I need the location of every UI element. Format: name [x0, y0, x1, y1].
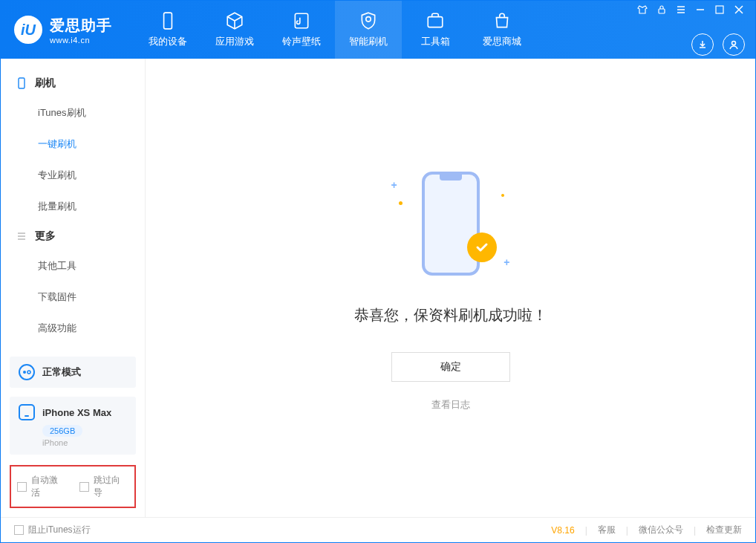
check-badge-icon — [467, 233, 497, 262]
logo-icon: iU — [14, 16, 42, 44]
checkbox-icon — [17, 482, 27, 492]
svg-rect-0 — [164, 13, 172, 29]
sidebar-section-flash: 刷机 — [1, 69, 145, 97]
nav-mall[interactable]: 爱思商城 — [469, 1, 535, 59]
chk-label: 跳过向导 — [94, 474, 128, 499]
nav-label: 应用游戏 — [215, 35, 254, 48]
nav-label: 工具箱 — [421, 35, 450, 48]
update-link[interactable]: 检查更新 — [706, 524, 742, 536]
separator: | — [626, 525, 628, 536]
svg-rect-7 — [19, 78, 25, 88]
device-type: iPhone — [42, 438, 127, 447]
nav-ringtones[interactable]: 铃声壁纸 — [268, 1, 335, 59]
success-message: 恭喜您，保资料刷机成功啦！ — [354, 305, 547, 325]
cube-icon — [225, 11, 244, 30]
mode-card[interactable]: 正常模式 — [10, 357, 136, 388]
lock-icon[interactable] — [656, 4, 668, 16]
statusbar: 阻止iTunes运行 V8.16 | 客服 | 微信公众号 | 检查更新 — [1, 517, 755, 542]
sparkle-icon: + — [391, 179, 397, 191]
checkbox-block-itunes[interactable]: 阻止iTunes运行 — [14, 524, 91, 536]
main-content: + + 恭喜您，保资料刷机成功啦！ 确定 查看日志 — [146, 59, 755, 517]
nav-my-device[interactable]: 我的设备 — [134, 1, 201, 59]
version-label: V8.16 — [551, 525, 574, 536]
section-title: 更多 — [35, 230, 56, 243]
wechat-link[interactable]: 微信公众号 — [639, 524, 683, 536]
sidebar-section-more: 更多 — [1, 222, 145, 250]
support-link[interactable]: 客服 — [598, 524, 616, 536]
sidebar: 刷机 iTunes刷机 一键刷机 专业刷机 批量刷机 更多 其他工具 下载固件 … — [1, 59, 146, 517]
chk-label: 阻止iTunes运行 — [28, 524, 91, 536]
storage-pill: 256GB — [42, 425, 82, 437]
app-title: 爱思助手 — [50, 16, 112, 36]
list-icon — [16, 230, 27, 242]
sidebar-item-pro-flash[interactable]: 专业刷机 — [1, 160, 145, 191]
nav-label: 我的设备 — [149, 35, 187, 48]
nav-apps[interactable]: 应用游戏 — [201, 1, 268, 59]
nav-label: 铃声壁纸 — [282, 35, 321, 48]
menu-icon[interactable] — [675, 4, 687, 16]
bag-icon — [492, 11, 512, 30]
svg-point-2 — [366, 17, 371, 22]
shirt-icon[interactable] — [636, 4, 648, 16]
sparkle-icon: + — [504, 256, 509, 268]
dot-icon — [501, 194, 504, 197]
chk-label: 自动激活 — [31, 474, 66, 499]
sidebar-item-other-tools[interactable]: 其他工具 — [1, 250, 145, 282]
phone-outline-icon — [422, 172, 480, 276]
nav-flash[interactable]: 智能刷机 — [335, 1, 402, 59]
device-small-icon — [19, 404, 35, 420]
sidebar-item-advanced[interactable]: 高级功能 — [1, 313, 145, 344]
checkbox-skip-guide[interactable]: 跳过向导 — [79, 474, 128, 499]
main-nav: 我的设备 应用游戏 铃声壁纸 智能刷机 工具箱 爱思商城 — [134, 1, 535, 59]
device-card[interactable]: iPhone XS Max 256GB iPhone — [10, 397, 136, 455]
section-title: 刷机 — [35, 77, 56, 90]
logo: iU 爱思助手 www.i4.cn — [14, 16, 112, 45]
checkbox-icon — [14, 525, 24, 535]
checkbox-icon — [79, 482, 89, 492]
nav-toolbox[interactable]: 工具箱 — [402, 1, 469, 59]
dot-icon — [399, 201, 403, 205]
device-name: iPhone XS Max — [42, 407, 111, 418]
sidebar-item-oneclick-flash[interactable]: 一键刷机 — [1, 129, 145, 160]
download-button[interactable] — [691, 33, 714, 56]
svg-rect-4 — [659, 9, 665, 13]
nav-label: 智能刷机 — [349, 35, 388, 48]
separator: | — [694, 525, 696, 536]
svg-point-9 — [27, 371, 30, 374]
titlebar-right — [636, 4, 745, 56]
bottom-options-highlight: 自动激活 跳过向导 — [10, 465, 136, 508]
window-controls — [636, 4, 745, 16]
maximize-button[interactable] — [714, 4, 726, 16]
svg-rect-5 — [716, 6, 723, 13]
mode-label: 正常模式 — [42, 365, 81, 379]
mode-icon — [19, 364, 35, 380]
svg-point-8 — [23, 371, 26, 374]
close-button[interactable] — [733, 4, 745, 16]
checkbox-auto-activate[interactable]: 自动激活 — [17, 474, 66, 499]
phone-icon — [16, 77, 27, 89]
separator: | — [585, 525, 587, 536]
device-icon — [158, 11, 177, 30]
app-window: iU 爱思助手 www.i4.cn 我的设备 应用游戏 铃声壁纸 智能刷机 — [0, 0, 756, 543]
titlebar: iU 爱思助手 www.i4.cn 我的设备 应用游戏 铃声壁纸 智能刷机 — [1, 1, 755, 59]
sidebar-item-download-fw[interactable]: 下载固件 — [1, 282, 145, 313]
svg-point-6 — [732, 42, 736, 45]
svg-rect-3 — [428, 17, 443, 27]
sidebar-item-batch-flash[interactable]: 批量刷机 — [1, 191, 145, 222]
sidebar-item-itunes-flash[interactable]: iTunes刷机 — [1, 97, 145, 129]
app-url: www.i4.cn — [50, 36, 112, 45]
ok-button[interactable]: 确定 — [391, 352, 510, 382]
shield-icon — [359, 11, 378, 30]
nav-label: 爱思商城 — [483, 35, 521, 48]
music-icon — [292, 11, 311, 30]
success-illustration: + + — [391, 164, 510, 283]
user-button[interactable] — [723, 33, 745, 56]
app-body: 刷机 iTunes刷机 一键刷机 专业刷机 批量刷机 更多 其他工具 下载固件 … — [1, 59, 755, 517]
view-log-link[interactable]: 查看日志 — [431, 398, 470, 412]
minimize-button[interactable] — [694, 4, 706, 16]
briefcase-icon — [426, 11, 445, 30]
